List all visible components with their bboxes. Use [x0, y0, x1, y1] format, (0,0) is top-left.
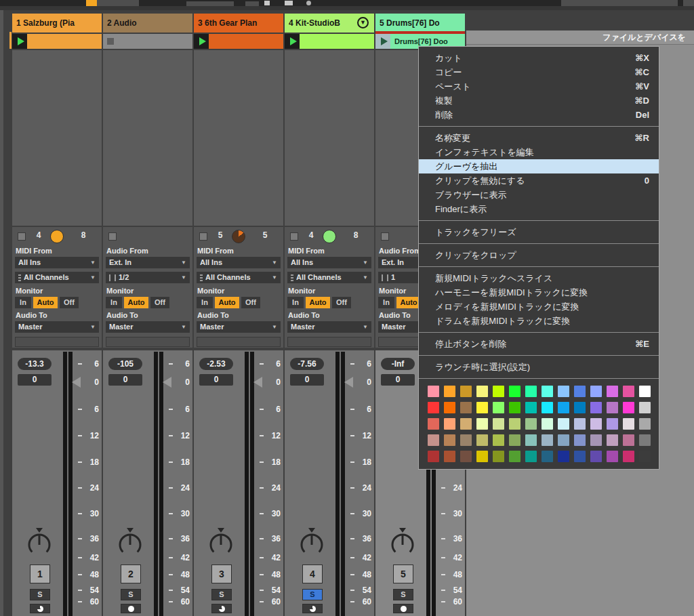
color-swatch[interactable]	[639, 418, 651, 430]
color-swatch[interactable]	[558, 402, 569, 413]
color-swatch[interactable]	[509, 451, 520, 462]
input-select[interactable]: All Ins ▼	[197, 257, 281, 268]
menu-item[interactable]: ハーモニーを新規MIDIトラックに変換	[419, 285, 659, 300]
color-swatch[interactable]	[509, 434, 520, 446]
menu-item[interactable]: グルーヴを抽出	[419, 159, 659, 173]
monitor-off-button[interactable]: Off	[241, 297, 260, 308]
color-swatch[interactable]	[444, 434, 455, 446]
color-swatch[interactable]	[542, 402, 553, 413]
menu-item[interactable]: コピー ⌘C	[419, 65, 659, 79]
clip-slot[interactable]	[103, 34, 192, 49]
track-activator-button[interactable]: 2	[121, 564, 141, 583]
color-swatch[interactable]	[493, 386, 504, 397]
color-swatch[interactable]	[623, 386, 634, 397]
output-select[interactable]: Master ▼	[197, 321, 281, 333]
color-swatch[interactable]	[607, 402, 618, 413]
pan-knob[interactable]	[388, 527, 417, 556]
keyboard-icon[interactable]	[285, 1, 293, 5]
track-header[interactable]: 1 Salzburg (Pia	[12, 14, 102, 33]
color-swatch[interactable]	[558, 434, 569, 446]
color-swatch[interactable]	[525, 402, 537, 413]
menu-item[interactable]: ラウンチ時に選択(設定)	[419, 360, 659, 374]
color-swatch[interactable]	[444, 402, 455, 413]
menu-item[interactable]: カット ⌘X	[419, 51, 659, 65]
color-swatch[interactable]	[525, 434, 537, 446]
color-swatch[interactable]	[509, 386, 520, 397]
solo-button[interactable]: S	[211, 589, 232, 600]
monitor-in-button[interactable]: In	[15, 297, 31, 308]
color-swatch[interactable]	[444, 418, 455, 430]
track-stop-button[interactable]	[18, 232, 26, 241]
color-swatch[interactable]	[460, 386, 472, 397]
toolbar-button[interactable]	[683, 0, 694, 6]
menu-item[interactable]: クリップを無効にする 0	[419, 173, 659, 188]
gain-display[interactable]: 0	[290, 374, 324, 386]
clip-slot[interactable]	[285, 34, 374, 49]
monitor-auto-button[interactable]: Auto	[215, 297, 239, 308]
channel-select[interactable]: All Channels ▼	[197, 272, 281, 283]
color-swatch[interactable]	[590, 451, 602, 462]
pan-knob[interactable]	[24, 527, 54, 556]
color-swatch[interactable]	[509, 402, 520, 413]
color-swatch[interactable]	[607, 386, 618, 397]
clip-play-button[interactable]	[285, 34, 300, 49]
color-swatch[interactable]	[590, 402, 602, 413]
menu-item[interactable]: メロディを新規MIDIトラックに変換	[419, 300, 659, 314]
color-swatch[interactable]	[428, 402, 439, 413]
track-activator-button[interactable]: 3	[211, 564, 232, 583]
toolbar-button[interactable]	[97, 0, 139, 6]
color-swatch[interactable]	[509, 418, 520, 430]
input-select[interactable]: Ext. In ▼	[106, 257, 190, 268]
solo-button[interactable]: S	[302, 589, 323, 600]
track-delay-field[interactable]	[197, 337, 281, 347]
track-delay-field[interactable]	[106, 337, 190, 347]
toolbar-button-group[interactable]	[186, 1, 234, 6]
monitor-in-button[interactable]: In	[197, 297, 213, 308]
pan-knob[interactable]	[297, 527, 327, 556]
color-swatch[interactable]	[493, 402, 504, 413]
monitor-auto-button[interactable]: Auto	[33, 297, 58, 308]
color-swatch[interactable]	[623, 451, 634, 462]
track-header[interactable]: 2 Audio	[103, 14, 192, 33]
monitor-off-button[interactable]: Off	[60, 297, 79, 308]
track-stop-button[interactable]	[381, 232, 389, 241]
gain-display[interactable]: 0	[199, 374, 233, 386]
peak-level-display[interactable]: -2.53	[199, 358, 233, 370]
color-swatch[interactable]	[623, 418, 634, 430]
monitor-off-button[interactable]: Off	[150, 297, 169, 308]
solo-button[interactable]: S	[121, 589, 141, 600]
pan-knob[interactable]	[206, 527, 236, 556]
channel-select[interactable]: 1/2 ▼	[106, 272, 190, 283]
monitor-off-button[interactable]: Off	[332, 297, 351, 308]
clip-play-button[interactable]	[375, 34, 390, 49]
color-swatch[interactable]	[493, 434, 504, 446]
color-swatch[interactable]	[428, 451, 439, 462]
menu-item[interactable]: ドラムを新規MIDIトラックに変換	[419, 314, 659, 328]
color-swatch[interactable]	[590, 434, 602, 446]
track-activator-button[interactable]: 4	[302, 564, 323, 583]
menu-item[interactable]: 名称変更 ⌘R	[419, 131, 659, 145]
track-stop-button[interactable]	[290, 232, 298, 241]
menu-item[interactable]: 新規MIDIトラックへスライス	[419, 271, 659, 285]
color-swatch[interactable]	[476, 434, 488, 446]
color-swatch[interactable]	[639, 386, 651, 397]
color-swatch[interactable]	[476, 451, 488, 462]
menu-item[interactable]: ブラウザーに表示	[419, 188, 659, 202]
browser-search-bar[interactable]: ファイルとデバイスを	[466, 30, 694, 45]
color-swatch[interactable]	[542, 451, 553, 462]
color-swatch[interactable]	[558, 386, 569, 397]
menu-item[interactable]: トラックをフリーズ	[419, 225, 659, 239]
color-swatch[interactable]	[542, 434, 553, 446]
monitor-auto-button[interactable]: Auto	[124, 297, 148, 308]
color-swatch[interactable]	[639, 434, 651, 446]
peak-level-display[interactable]: -13.3	[18, 358, 52, 370]
color-swatch[interactable]	[428, 386, 439, 397]
color-swatch[interactable]	[542, 418, 553, 430]
color-swatch[interactable]	[623, 402, 634, 413]
output-select[interactable]: Master ▼	[106, 321, 190, 333]
empty-clip-slots[interactable]	[194, 50, 283, 226]
clip-play-button[interactable]	[12, 34, 27, 49]
color-swatch[interactable]	[574, 418, 586, 430]
color-swatch[interactable]	[476, 386, 488, 397]
input-select[interactable]: All Ins ▼	[15, 257, 99, 268]
